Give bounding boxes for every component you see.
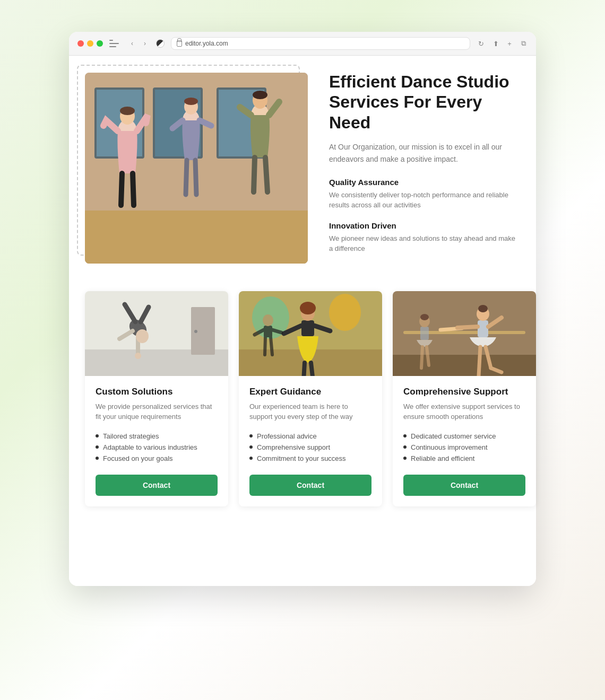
- card-1-contact-button[interactable]: Contact: [96, 475, 218, 496]
- add-tab-icon[interactable]: +: [505, 39, 514, 48]
- feature-quality-desc: We consistently deliver top-notch perfor…: [329, 190, 520, 211]
- browser-content: Efficient Dance Studio Services For Ever…: [69, 56, 536, 586]
- hero-section: Efficient Dance Studio Services For Ever…: [85, 72, 520, 265]
- svg-point-20: [194, 330, 197, 333]
- svg-rect-47: [393, 355, 536, 376]
- theme-icon: [156, 39, 165, 48]
- svg-point-31: [329, 294, 361, 331]
- card-3-bullet-3: Reliable and efficient: [403, 453, 525, 464]
- svg-line-43: [265, 337, 265, 355]
- page-wrapper: ‹ › editor.yola.com ↻ ⬆ + ⧉: [0, 32, 605, 586]
- bookmarks-icon[interactable]: ⧉: [519, 39, 528, 48]
- browser-toolbar: ‹ › editor.yola.com ↻ ⬆ + ⧉: [69, 32, 536, 56]
- card-1-list: Tailored strategies Adaptable to various…: [96, 431, 218, 464]
- svg-point-16: [253, 91, 267, 99]
- feature-quality-title: Quality Assurance: [329, 178, 520, 187]
- svg-rect-1: [85, 211, 308, 264]
- svg-point-42: [263, 314, 273, 326]
- sidebar-toggle-icon[interactable]: [109, 40, 119, 47]
- back-button[interactable]: ‹: [127, 39, 137, 48]
- card-2-body: Expert Guidance Our experienced team is …: [239, 376, 382, 506]
- card-2-bullet-3: Commitment to your success: [249, 453, 371, 464]
- svg-point-22: [135, 353, 141, 359]
- svg-line-41: [272, 330, 281, 332]
- address-bar[interactable]: editor.yola.com: [171, 37, 470, 50]
- svg-line-44: [271, 337, 272, 355]
- svg-rect-39: [264, 326, 272, 337]
- card-3-bullet-1: Dedicated customer service: [403, 431, 525, 442]
- svg-rect-32: [301, 320, 314, 336]
- card-1-title: Custom Solutions: [96, 387, 218, 397]
- card-3-image: [393, 291, 536, 376]
- svg-line-61: [421, 347, 422, 368]
- card-3-list: Dedicated customer service Continuous im…: [403, 431, 525, 464]
- hero-text: Efficient Dance Studio Services For Ever…: [329, 72, 520, 265]
- card-1-photo-svg: [85, 291, 228, 376]
- lock-icon: [177, 40, 182, 47]
- card-2: Expert Guidance Our experienced team is …: [239, 291, 382, 506]
- traffic-light-green[interactable]: [97, 40, 103, 47]
- card-3-photo-svg: [393, 291, 536, 376]
- svg-line-55: [479, 347, 480, 376]
- card-3-contact-button[interactable]: Contact: [403, 475, 525, 496]
- svg-line-62: [427, 347, 429, 365]
- card-2-bullet-2: Comprehensive support: [249, 442, 371, 453]
- card-2-title: Expert Guidance: [249, 387, 371, 397]
- share-icon[interactable]: ⬆: [491, 39, 500, 48]
- traffic-light-yellow[interactable]: [87, 40, 93, 47]
- card-1-body: Custom Solutions We provide personalized…: [85, 376, 228, 506]
- traffic-lights: [77, 40, 103, 47]
- card-3-bullet-2: Continuous improvement: [403, 442, 525, 453]
- card-3-title: Comprehensive Support: [403, 387, 525, 397]
- card-1-bullet-3: Focused on your goals: [96, 453, 218, 464]
- card-2-bullet-1: Professional advice: [249, 431, 371, 442]
- hero-image: [85, 73, 308, 264]
- card-1-desc: We provide personalized services that fi…: [96, 401, 218, 422]
- svg-point-26: [136, 329, 149, 343]
- card-3: Comprehensive Support We offer extensive…: [393, 291, 536, 506]
- card-2-desc: Our experienced team is here to support …: [249, 401, 371, 422]
- card-3-body: Comprehensive Support We offer extensive…: [393, 376, 536, 506]
- card-2-photo-svg: [239, 291, 382, 376]
- svg-point-54: [478, 305, 488, 312]
- card-3-desc: We offer extensive support services to e…: [403, 401, 525, 422]
- card-2-image: [239, 291, 382, 376]
- svg-point-36: [300, 302, 316, 314]
- feature-quality: Quality Assurance We consistently delive…: [329, 178, 520, 211]
- card-1-image: [85, 291, 228, 376]
- svg-rect-50: [478, 320, 488, 337]
- feature-innovation: Innovation Driven We pioneer new ideas a…: [329, 221, 520, 254]
- url-text: editor.yola.com: [185, 40, 228, 47]
- card-1-bullet-2: Adaptable to various industries: [96, 442, 218, 453]
- svg-point-10: [120, 107, 135, 115]
- card-1-bullet-1: Tailored strategies: [96, 431, 218, 442]
- card-2-list: Professional advice Comprehensive suppor…: [249, 431, 371, 464]
- browser-window: ‹ › editor.yola.com ↻ ⬆ + ⧉: [69, 32, 536, 586]
- cards-section: Custom Solutions We provide personalized…: [85, 291, 520, 506]
- svg-point-60: [420, 314, 429, 320]
- hero-title: Efficient Dance Studio Services For Ever…: [329, 72, 520, 133]
- hero-image-wrapper: [85, 73, 308, 264]
- svg-line-38: [311, 363, 313, 376]
- forward-button[interactable]: ›: [140, 39, 150, 48]
- feature-innovation-title: Innovation Driven: [329, 221, 520, 230]
- reload-icon[interactable]: ↻: [477, 39, 485, 48]
- browser-actions: ⬆ + ⧉: [491, 39, 528, 48]
- svg-line-51: [457, 327, 478, 328]
- feature-innovation-desc: We pioneer new ideas and solutions to st…: [329, 233, 520, 254]
- card-1: Custom Solutions We provide personalized…: [85, 291, 228, 506]
- card-2-contact-button[interactable]: Contact: [249, 475, 371, 496]
- hero-photo-svg: [85, 73, 308, 264]
- hero-subtitle: At Our Organization, our mission is to e…: [329, 141, 520, 165]
- svg-point-13: [184, 98, 198, 105]
- browser-nav: ‹ ›: [127, 39, 150, 48]
- svg-line-37: [304, 363, 305, 376]
- svg-rect-58: [420, 327, 429, 340]
- traffic-light-red[interactable]: [77, 40, 84, 47]
